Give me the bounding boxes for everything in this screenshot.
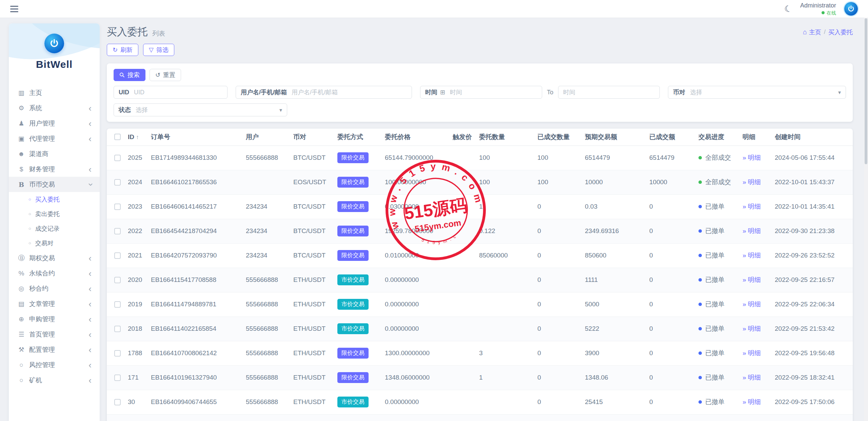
row-checkbox[interactable]: [114, 179, 121, 186]
cell-user: 555666888: [246, 317, 293, 341]
time-from-input[interactable]: [450, 89, 542, 96]
scrollbar-thumb[interactable]: [865, 18, 867, 164]
sidebar-item[interactable]: Ⓑ 期权交易 ‹: [9, 250, 100, 266]
cell-expected: 5000: [585, 292, 649, 317]
trade-mode-badge: 限价交易: [337, 201, 369, 212]
cell-qty: [479, 390, 537, 414]
col-header-id[interactable]: ID↑: [128, 129, 151, 146]
username-input[interactable]: [292, 89, 412, 96]
cell-created: 2022-09-25 17:50:06: [775, 390, 853, 414]
select-all-checkbox[interactable]: [114, 134, 121, 140]
time-from-field: 时间 ⊞: [420, 86, 542, 99]
circle-bullet-icon: ○: [28, 226, 31, 231]
pair-select[interactable]: 币对 选择 ▾: [668, 86, 846, 99]
cell-trigger: [453, 414, 479, 421]
circle-bullet-icon: ○: [28, 241, 31, 246]
chevron-icon: ‹: [88, 269, 92, 278]
cell-pair: EOS/USDT: [293, 170, 337, 194]
cell-status: 全部成交: [698, 170, 743, 194]
sidebar-item[interactable]: ⚙ 系统 ‹: [9, 100, 100, 116]
row-checkbox[interactable]: [114, 350, 121, 357]
detail-link[interactable]: » 明细: [743, 301, 761, 308]
cell-detail: [743, 414, 775, 421]
table-row: 市价交易: [107, 414, 853, 421]
sidebar-subitem-label: 成交记录: [35, 225, 60, 233]
detail-link[interactable]: » 明细: [743, 374, 761, 381]
sidebar-item[interactable]: ⊕ 申购管理 ‹: [9, 311, 100, 327]
sidebar-item[interactable]: ⚒ 配置管理 ‹: [9, 342, 100, 357]
row-checkbox[interactable]: [114, 155, 121, 161]
sidebar-item[interactable]: ▣ 代理管理 ‹: [9, 131, 100, 146]
sidebar-item[interactable]: ♟ 用户管理 ‹: [9, 116, 100, 131]
sidebar-item-label: 矿机: [29, 376, 42, 385]
detail-link[interactable]: » 明细: [743, 252, 761, 259]
cell-order-no: EB1664207572093790: [151, 243, 246, 268]
row-checkbox[interactable]: [114, 326, 121, 332]
row-checkbox[interactable]: [114, 399, 121, 405]
row-checkbox[interactable]: [114, 252, 121, 259]
row-checkbox[interactable]: [114, 375, 121, 381]
detail-link[interactable]: » 明细: [743, 154, 761, 161]
detail-link[interactable]: » 明细: [743, 276, 761, 283]
sidebar-item[interactable]: B 币币交易 ‹: [9, 177, 100, 192]
row-checkbox[interactable]: [114, 277, 121, 283]
circle-bullet-icon: ○: [28, 211, 31, 216]
cell-user: 234234: [246, 243, 293, 268]
sidebar-subitem[interactable]: ○ 卖出委托: [9, 207, 100, 221]
sidebar-item[interactable]: ☻ 渠道商: [9, 146, 100, 161]
cell-pair: ETH/USDT: [293, 292, 337, 317]
detail-link[interactable]: » 明细: [743, 203, 761, 210]
avatar[interactable]: [844, 2, 858, 16]
row-checkbox[interactable]: [114, 228, 121, 234]
refresh-button[interactable]: ↻ 刷新: [107, 44, 138, 56]
breadcrumb-home-link[interactable]: ⌂ 主页: [803, 28, 821, 36]
cell-mode: 限价交易: [337, 341, 385, 365]
cell-filled-qty: 0: [537, 268, 585, 292]
sidebar-item[interactable]: ☰ 首页管理 ‹: [9, 327, 100, 342]
cell-price: [385, 414, 453, 421]
detail-link[interactable]: » 明细: [743, 325, 761, 332]
cell-detail: » 明细: [743, 341, 775, 365]
dark-mode-toggle-icon[interactable]: ☾: [783, 4, 793, 14]
cell-filled-amount: 0: [649, 317, 698, 341]
chevron-icon: ‹: [88, 330, 92, 339]
sidebar-item-label: 秒合约: [29, 284, 48, 293]
search-button[interactable]: 搜索: [114, 69, 145, 81]
status-dot-icon: [698, 327, 702, 330]
breadcrumb: ⌂ 主页 / 买入委托: [803, 28, 853, 36]
sidebar-item[interactable]: ▤ 文章管理 ‹: [9, 296, 100, 311]
cell-filled-qty: 0: [537, 292, 585, 317]
detail-link[interactable]: » 明细: [743, 398, 761, 405]
status-dot-icon: [698, 254, 702, 257]
cell-status: 已撤单: [698, 390, 743, 414]
sidebar-item[interactable]: $ 财务管理 ‹: [9, 161, 100, 177]
time-to-input[interactable]: [558, 89, 659, 96]
cell-id: 2022: [128, 219, 151, 243]
row-checkbox[interactable]: [114, 204, 121, 210]
filter-button[interactable]: ▽ 筛选: [143, 44, 174, 56]
row-checkbox[interactable]: [114, 301, 121, 308]
detail-link[interactable]: » 明细: [743, 349, 761, 357]
detail-link[interactable]: » 明细: [743, 227, 761, 234]
sidebar-item[interactable]: ○ 矿机 ‹: [9, 372, 100, 388]
menu-toggle-icon[interactable]: [10, 6, 18, 12]
user-circle-icon: ☻: [17, 150, 26, 158]
status-select[interactable]: 状态 选择 ▾: [114, 103, 287, 116]
col-header-pair: 币对: [293, 129, 337, 146]
sidebar-item[interactable]: ○ 风控管理 ‹: [9, 357, 100, 372]
status-dot-icon: [698, 205, 702, 208]
sidebar-item[interactable]: ◎ 秒合约 ‹: [9, 281, 100, 296]
time-to-field: [558, 86, 660, 99]
sidebar-subitem[interactable]: ○ 买入委托: [9, 192, 100, 207]
cell-qty: 100: [479, 146, 537, 170]
uid-input[interactable]: [134, 89, 227, 96]
sidebar-item[interactable]: ▥ 主页: [9, 85, 100, 100]
cell-mode: 限价交易: [337, 243, 385, 268]
detail-link[interactable]: » 明细: [743, 178, 761, 186]
sidebar-subitem[interactable]: ○ 交易对: [9, 236, 100, 250]
col-header-user: 用户: [246, 129, 293, 146]
sidebar-subitem[interactable]: ○ 成交记录: [9, 221, 100, 236]
topbar: ☾ Administrator 在线: [0, 0, 868, 18]
sidebar-item[interactable]: % 永续合约 ‹: [9, 266, 100, 281]
reset-button[interactable]: ↺ 重置: [150, 69, 181, 81]
